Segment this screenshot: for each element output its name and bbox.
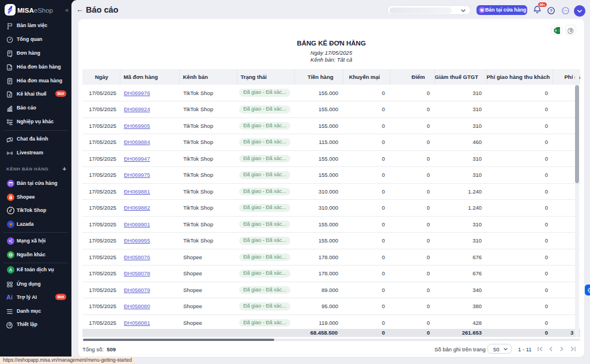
svg-text:X: X xyxy=(555,29,557,32)
svg-text:Ai: Ai xyxy=(6,294,13,301)
svg-text:?: ? xyxy=(550,8,553,13)
